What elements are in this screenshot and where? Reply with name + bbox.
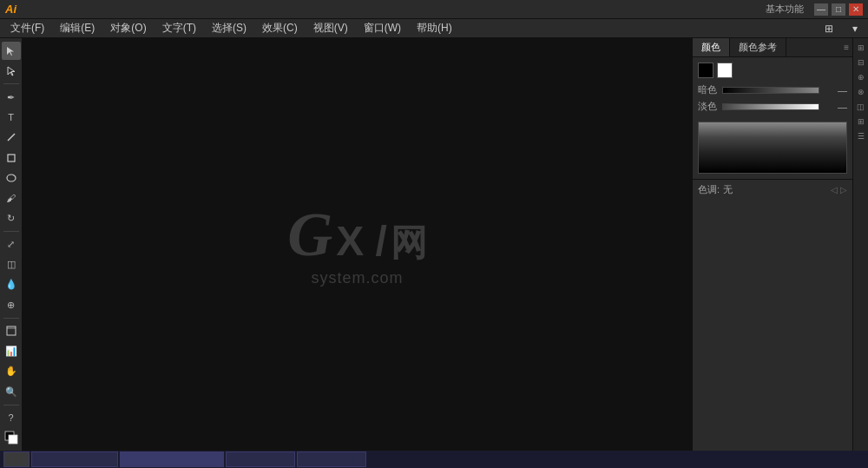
menu-select[interactable]: 选择(S) [205,19,253,37]
panel-tabs: 颜色 颜色参考 ≡ [693,38,852,57]
watermark-url: system.com [311,268,403,287]
foreground-color[interactable] [698,63,713,78]
tool-help[interactable]: ? [2,409,21,427]
ai-logo: Ai [5,3,16,16]
panel-footer: 色调: 无 ◁ ▷ [693,179,852,200]
mini-icon-2[interactable]: ⊟ [855,56,867,69]
taskbar-start[interactable] [3,452,30,467]
panel-footer-value: 无 [723,183,733,196]
taskbar-item-2[interactable] [120,452,224,467]
workspace-label: 基本功能 [766,3,804,16]
watermark-net-text: 网 [391,218,427,267]
panel-collapse-icon[interactable]: ≡ [840,43,852,52]
maximize-button[interactable]: □ [832,3,845,16]
mini-icon-3[interactable]: ⊕ [855,71,867,83]
title-bar-left: Ai [5,3,16,16]
right-mini-panel: ⊞ ⊟ ⊕ ⊗ ◫ ⊞ ☰ [852,38,868,451]
watermark: G X / 网 system.com [287,202,427,287]
background-color[interactable] [717,63,733,78]
light-value: — [823,102,847,112]
tool-text[interactable]: T [2,109,21,127]
color-squares [698,63,847,78]
tool-brush[interactable]: 🖌 [2,189,21,208]
tool-direct-select[interactable] [2,62,21,80]
toolbar-separator-3 [3,318,19,319]
menu-bar: 文件(F) 编辑(E) 对象(O) 文字(T) 选择(S) 效果(C) 视图(V… [0,19,868,38]
mini-icon-6[interactable]: ⊞ [855,115,867,128]
svg-rect-3 [8,155,15,161]
tool-line[interactable] [2,129,21,147]
menu-mode-icon: ⊞ [818,21,840,36]
menu-edit[interactable]: 编辑(E) [53,19,102,37]
mini-icon-4[interactable]: ⊗ [855,86,867,98]
toolbar-separator-2 [3,231,19,232]
watermark-xi-text: X / [336,216,387,264]
tool-eyedropper[interactable]: 💧 [2,275,21,293]
watermark-top: G X / 网 [287,202,427,267]
dark-value: — [823,85,847,96]
close-button[interactable]: ✕ [849,3,863,16]
right-panel: 颜色 颜色参考 ≡ 暗色 — 淡色 — [692,38,852,451]
tool-artboard[interactable] [2,322,21,340]
canvas-area[interactable]: G X / 网 system.com [23,38,692,451]
svg-marker-0 [7,47,14,56]
panel-footer-label: 色调: [698,183,720,196]
tool-hand[interactable]: ✋ [2,362,21,380]
tool-gradient[interactable]: ◫ [2,255,21,274]
taskbar-item-4[interactable] [297,452,366,467]
menu-text[interactable]: 文字(T) [155,19,203,37]
title-bar: Ai 基本功能 — □ ✕ [0,0,868,19]
minimize-button[interactable]: — [814,3,828,16]
menu-file[interactable]: 文件(F) [3,19,51,37]
dark-label: 暗色 [698,83,719,96]
tool-select-arrow[interactable] [2,42,21,60]
tab-color-ref[interactable]: 颜色参考 [730,38,786,56]
tool-graph[interactable]: 📊 [2,342,21,360]
tool-rect[interactable] [2,148,21,167]
left-toolbar: ✒ T 🖌 ↻ ⤢ ◫ 💧 ⊕ 📊 ✋ 🔍 ? [0,38,23,451]
menu-extra[interactable]: ▾ [845,21,865,36]
mini-icon-5[interactable]: ◫ [855,101,867,113]
menu-object[interactable]: 对象(O) [103,19,153,37]
svg-point-4 [7,175,16,181]
svg-rect-8 [9,435,17,444]
menu-window[interactable]: 窗口(W) [357,19,408,37]
light-label: 淡色 [698,100,719,113]
tool-zoom[interactable]: 🔍 [2,382,21,400]
color-gradient-display[interactable] [698,122,847,174]
tool-pen[interactable]: ✒ [2,88,21,106]
menu-view[interactable]: 视图(V) [306,19,355,37]
watermark-g-letter: G [287,202,332,265]
svg-rect-5 [7,326,16,335]
menu-effect[interactable]: 效果(C) [255,19,305,37]
toolbar-separator-1 [3,83,19,84]
title-bar-right: 基本功能 — □ ✕ [766,3,863,16]
mini-icon-1[interactable]: ⊞ [855,42,867,54]
tool-scale[interactable]: ⤢ [2,235,21,254]
tab-color[interactable]: 颜色 [693,38,730,56]
tool-ellipse[interactable] [2,168,21,187]
svg-line-2 [8,134,15,141]
taskbar [0,451,868,468]
toolbar-separator-4 [3,405,19,405]
panel-footer-icons: ◁ ▷ [831,185,847,194]
tool-fill[interactable] [2,429,21,447]
svg-marker-1 [8,67,15,76]
mini-icon-7[interactable]: ☰ [855,130,867,142]
tool-blend[interactable]: ⊕ [2,296,21,314]
tool-rotate[interactable]: ↻ [2,209,21,227]
light-slider[interactable] [722,103,819,110]
color-row-light: 淡色 — [698,100,847,113]
color-panel: 暗色 — 淡色 — [693,57,852,179]
dark-slider[interactable] [722,87,819,94]
color-row-dark: 暗色 — [698,83,847,96]
taskbar-item-3[interactable] [226,452,295,467]
menu-help[interactable]: 帮助(H) [410,19,459,37]
main-layout: ✒ T 🖌 ↻ ⤢ ◫ 💧 ⊕ 📊 ✋ 🔍 ? [0,38,868,451]
color-sliders: 暗色 — 淡色 — [698,83,847,174]
menu-right: ⊞ ▾ [818,21,865,36]
taskbar-item-1[interactable] [31,452,118,467]
